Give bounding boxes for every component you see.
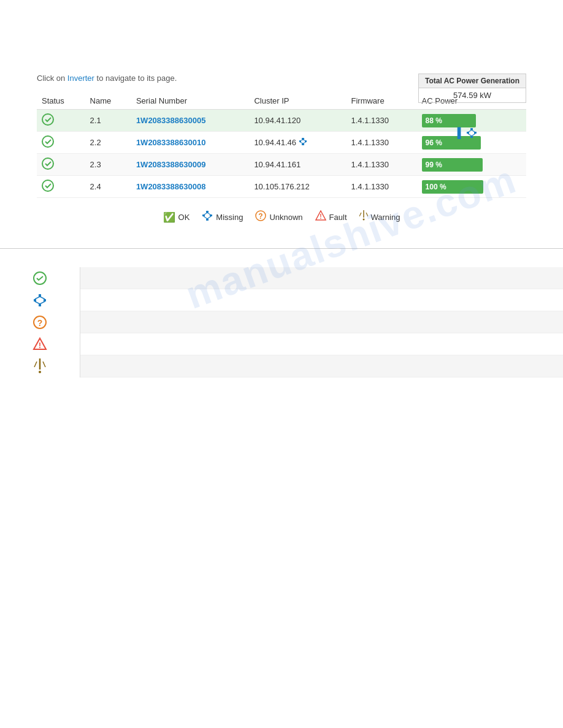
cell-firmware: 1.4.1.1330	[346, 132, 416, 154]
svg-line-51	[468, 134, 472, 136]
cell-firmware: 1.4.1.1330	[346, 154, 416, 176]
svg-rect-30	[34, 299, 36, 301]
inverter-link[interactable]: Inverter	[67, 74, 94, 83]
ac-power-bar: 99 %	[422, 158, 483, 172]
svg-rect-2	[302, 138, 304, 140]
ok-status-icon	[42, 180, 54, 192]
cell-ac-power: 99 %	[417, 154, 526, 176]
svg-line-44	[43, 362, 45, 367]
serial-link[interactable]: 1W2083388630010	[136, 138, 206, 147]
cell-serial[interactable]: 1W2083388630010	[131, 132, 249, 154]
table-row: 2.41W208338863000810.105.176.2121.4.1.13…	[37, 176, 526, 198]
serial-link[interactable]: 1W2083388630008	[136, 182, 206, 191]
cell-serial[interactable]: 1W2083388630005	[131, 110, 249, 132]
svg-line-16	[204, 213, 207, 215]
svg-rect-31	[44, 299, 46, 301]
sidebar-missing-icon	[12, 289, 67, 311]
table-row: 2.31W208338863000910.94.41.1611.4.1.1330…	[37, 154, 526, 176]
legend-warning-label: Warning	[371, 213, 400, 222]
legend-unknown: ? Unknown	[255, 210, 302, 224]
svg-point-0	[42, 114, 53, 125]
ip-network-icon	[299, 137, 307, 148]
svg-line-17	[207, 213, 211, 215]
legend-missing-label: Missing	[216, 213, 243, 222]
svg-rect-45	[470, 128, 473, 130]
serial-link[interactable]: 1W2083388630005	[136, 116, 206, 125]
col-name: Name	[85, 93, 131, 110]
legend-warning: Warning	[359, 210, 400, 224]
cell-firmware: 1.4.1.1330	[346, 110, 416, 132]
cell-status	[37, 110, 85, 132]
sidebar-icons: ? !	[0, 267, 80, 377]
svg-line-35	[35, 301, 40, 304]
table-row: 2.21W2083388630010 10.94.41.46 1.4.1.133…	[37, 132, 526, 154]
ok-status-icon	[42, 135, 54, 148]
legend-row-ok	[80, 267, 563, 289]
legend-row-warning	[80, 355, 563, 377]
unknown-legend-icon: ?	[255, 210, 266, 224]
svg-rect-29	[39, 294, 41, 297]
legend-fault-label: Fault	[329, 213, 347, 222]
col-firmware: Firmware	[346, 93, 416, 110]
col-cluster-ip: Cluster IP	[249, 93, 346, 110]
legend-fault: ! Fault	[315, 210, 347, 224]
legend: ✅ OK Missing	[37, 210, 526, 224]
ok-status-icon	[42, 157, 54, 170]
ok-status-icon	[42, 113, 54, 126]
legend-missing: Missing	[202, 210, 243, 224]
svg-point-42	[39, 371, 41, 373]
section-divider	[0, 248, 563, 249]
legend-rows	[80, 267, 563, 377]
cell-status	[37, 132, 85, 154]
ac-power-bar: 100 %	[422, 180, 483, 194]
cell-cluster-ip: 10.94.41.161	[249, 154, 346, 176]
svg-rect-5	[302, 143, 304, 145]
sidebar-fault-icon: !	[12, 333, 67, 355]
cell-name: 2.1	[85, 110, 131, 132]
bottom-network-icon: ▌	[458, 127, 477, 138]
svg-point-25	[362, 219, 364, 221]
sidebar-ok-icon	[12, 267, 67, 289]
col-status: Status	[37, 93, 85, 110]
svg-line-50	[472, 130, 475, 132]
svg-text:!: !	[320, 213, 321, 220]
svg-rect-48	[470, 136, 473, 138]
svg-point-11	[42, 180, 53, 191]
ac-power-bar: 88 %	[422, 114, 476, 127]
svg-line-36	[40, 301, 45, 304]
legend-unknown-label: Unknown	[269, 213, 302, 222]
cell-cluster-ip: 10.94.41.46	[249, 132, 346, 154]
inverter-table: Status Name Serial Number Cluster IP Fir…	[37, 93, 526, 198]
svg-line-19	[207, 216, 211, 219]
svg-text:?: ?	[259, 212, 263, 221]
serial-link[interactable]: 1W2083388630009	[136, 160, 206, 169]
fault-legend-icon: !	[315, 210, 326, 224]
ip-with-icon: 10.94.41.46	[254, 137, 341, 148]
cell-serial[interactable]: 1W2083388630008	[131, 176, 249, 198]
legend-row-unknown	[80, 311, 563, 333]
svg-line-43	[34, 362, 37, 367]
warning-legend-icon	[359, 210, 368, 224]
cell-name: 2.2	[85, 132, 131, 154]
cell-serial[interactable]: 1W2083388630009	[131, 154, 249, 176]
svg-line-26	[359, 213, 361, 216]
svg-point-10	[42, 158, 53, 169]
svg-line-27	[366, 213, 368, 216]
svg-text:?: ?	[37, 318, 43, 328]
svg-rect-12	[206, 211, 209, 213]
svg-line-52	[472, 134, 475, 136]
total-power-box: Total AC Power Generation 574.59 kW	[418, 74, 526, 103]
svg-point-1	[42, 136, 53, 147]
svg-rect-32	[39, 304, 41, 306]
svg-rect-15	[206, 219, 209, 221]
svg-line-49	[468, 130, 472, 132]
cell-name: 2.3	[85, 154, 131, 176]
svg-line-33	[35, 297, 40, 299]
legend-row-missing	[80, 289, 563, 311]
cell-status	[37, 154, 85, 176]
table-row: 2.11W208338863000510.94.41.1201.4.1.1330…	[37, 110, 526, 132]
cell-status	[37, 176, 85, 198]
svg-line-9	[303, 142, 306, 143]
total-power-value: 574.59 kW	[419, 88, 526, 102]
cell-cluster-ip: 10.94.41.120	[249, 110, 346, 132]
